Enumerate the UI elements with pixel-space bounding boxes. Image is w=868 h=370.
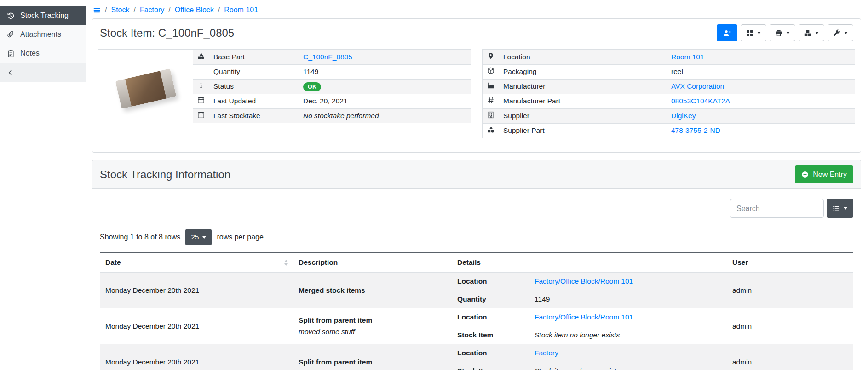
column-header-date[interactable]: Date bbox=[100, 252, 293, 273]
last-updated-value: Dec. 20, 2021 bbox=[299, 94, 471, 108]
manufacturer-part-link[interactable]: 08053C104KAT2A bbox=[671, 97, 730, 105]
detail-row-status: Status OK bbox=[193, 79, 471, 94]
tracking-row: Monday December 20th 2021 Split from par… bbox=[100, 308, 853, 344]
chevron-left-icon bbox=[7, 69, 14, 76]
location-link[interactable]: Factory/Office Block/Room 101 bbox=[535, 313, 633, 321]
detail-row-manufacturer-part: Manufacturer Part 08053C104KAT2A bbox=[483, 94, 855, 108]
row-details: Location Factory Stock Item Stock item n… bbox=[452, 344, 727, 370]
sidebar-item-stock-tracking[interactable]: Stock Tracking bbox=[0, 6, 86, 25]
sidebar: Stock Tracking Attachments Notes bbox=[0, 6, 86, 82]
row-date: Monday December 20th 2021 bbox=[100, 308, 293, 344]
new-entry-label: New Entry bbox=[813, 171, 847, 179]
detail-sub-row: Quantity 1149 bbox=[452, 290, 727, 308]
detail-row-supplier-part: Supplier Part 478-3755-2-ND bbox=[483, 123, 855, 138]
chevron-down-icon bbox=[844, 32, 848, 34]
breadcrumb-separator: / bbox=[218, 6, 220, 14]
stock-tracking-header: Stock Tracking Information New Entry bbox=[92, 160, 861, 189]
detail-row-quantity: Quantity 1149 bbox=[193, 64, 471, 79]
details-left-block: Base Part C_100nF_0805 Quantity 1149 Sta… bbox=[98, 49, 471, 142]
sidebar-item-notes[interactable]: Notes bbox=[0, 44, 86, 63]
table-toolbar bbox=[100, 199, 853, 218]
supplier-part-link[interactable]: 478-3755-2-ND bbox=[671, 126, 720, 134]
page-title: Stock Item: C_100nF_0805 bbox=[100, 27, 234, 40]
user-actions-button[interactable] bbox=[717, 24, 737, 41]
page-size-select[interactable]: 25 bbox=[185, 229, 212, 245]
chevron-down-icon bbox=[844, 207, 847, 210]
detail-label: Manufacturer Part bbox=[499, 94, 667, 108]
breadcrumb-factory[interactable]: Factory bbox=[140, 6, 164, 14]
status-badge: OK bbox=[303, 82, 321, 91]
row-description: Split from parent item bbox=[293, 344, 452, 370]
detail-row-packaging: Packaging reel bbox=[483, 64, 855, 79]
section-title: Stock Tracking Information bbox=[100, 168, 230, 181]
notes-icon bbox=[7, 50, 15, 57]
row-details: Location Factory/Office Block/Room 101 Q… bbox=[452, 273, 727, 308]
page-size-value: 25 bbox=[191, 233, 199, 241]
sidebar-collapse-button[interactable] bbox=[0, 63, 86, 82]
stock-actions-button[interactable] bbox=[799, 24, 824, 41]
stock-tracking-body: Showing 1 to 8 of 8 rows 25 rows per pag… bbox=[92, 189, 861, 370]
detail-label: Location bbox=[499, 50, 667, 64]
detail-row-manufacturer: Manufacturer AVX Corporation bbox=[483, 79, 855, 94]
chevron-down-icon bbox=[757, 32, 761, 34]
list-view-button[interactable] bbox=[827, 199, 853, 218]
breadcrumb-room-101[interactable]: Room 101 bbox=[224, 6, 258, 14]
detail-label: Packaging bbox=[499, 64, 667, 79]
sidebar-item-attachments[interactable]: Attachments bbox=[0, 25, 86, 44]
last-stocktake-value: No stocktake performed bbox=[299, 108, 471, 123]
location-link[interactable]: Room 101 bbox=[671, 53, 704, 61]
menu-icon[interactable] bbox=[93, 6, 101, 14]
detail-sub-row: Stock Item Stock item no longer exists bbox=[452, 326, 727, 344]
stock-tracking-panel: Stock Tracking Information New Entry Sho… bbox=[92, 160, 861, 370]
breadcrumb: / Stock / Factory / Office Block / Room … bbox=[92, 0, 861, 18]
detail-row-supplier: Supplier DigiKey bbox=[483, 108, 855, 123]
grid-icon bbox=[746, 29, 753, 37]
search-input[interactable] bbox=[730, 199, 824, 218]
detail-sub-row: Location Factory/Office Block/Room 101 bbox=[452, 273, 727, 290]
quantity-value: 1149 bbox=[299, 64, 471, 79]
history-icon bbox=[7, 12, 15, 20]
breadcrumb-stock[interactable]: Stock bbox=[111, 6, 129, 14]
row-user: admin bbox=[727, 344, 853, 370]
manufacturer-link[interactable]: AVX Corporation bbox=[671, 82, 724, 90]
detail-label: Last Stocktake bbox=[209, 108, 299, 123]
details-left-table: Base Part C_100nF_0805 Quantity 1149 Sta… bbox=[193, 50, 471, 123]
tracking-row: Monday December 20th 2021 Split from par… bbox=[100, 344, 853, 370]
detail-label: Last Updated bbox=[209, 94, 299, 108]
list-icon bbox=[833, 205, 840, 212]
location-link[interactable]: Factory bbox=[535, 349, 558, 357]
shapes-icon bbox=[487, 126, 494, 133]
row-date: Monday December 20th 2021 bbox=[100, 344, 293, 370]
details-right-table: Location Room 101 Packaging reel Manufac… bbox=[483, 50, 855, 138]
row-user: admin bbox=[727, 273, 853, 308]
detail-label: Supplier Part bbox=[499, 123, 667, 138]
row-details: Location Factory/Office Block/Room 101 S… bbox=[452, 308, 727, 344]
box-icon bbox=[487, 67, 494, 74]
sort-icon[interactable] bbox=[284, 260, 288, 266]
new-entry-button[interactable]: New Entry bbox=[795, 165, 853, 183]
location-link[interactable]: Factory/Office Block/Room 101 bbox=[535, 277, 633, 285]
part-thumbnail[interactable] bbox=[98, 50, 193, 128]
boxes-icon bbox=[804, 29, 811, 37]
supplier-link[interactable]: DigiKey bbox=[671, 112, 696, 120]
calendar-icon bbox=[197, 111, 205, 119]
stock-item-panel: Stock Item: C_100nF_0805 bbox=[92, 18, 861, 153]
user-plus-icon bbox=[724, 29, 731, 37]
info-icon bbox=[197, 82, 205, 89]
tracking-table-header-row: Date Description Details User bbox=[100, 252, 853, 273]
detail-row-last-stocktake: Last Stocktake No stocktake performed bbox=[193, 108, 471, 123]
industry-icon bbox=[487, 82, 494, 89]
chevron-down-icon bbox=[786, 32, 790, 34]
edit-actions-button[interactable] bbox=[828, 24, 853, 41]
display-options-button[interactable] bbox=[741, 24, 766, 41]
breadcrumb-office-block[interactable]: Office Block bbox=[175, 6, 214, 14]
detail-label: Base Part bbox=[209, 50, 299, 64]
chevron-down-icon bbox=[815, 32, 819, 34]
pagination-info: Showing 1 to 8 of 8 rows 25 rows per pag… bbox=[100, 229, 853, 245]
showing-rows-text: Showing 1 to 8 of 8 rows bbox=[100, 233, 180, 241]
print-actions-button[interactable] bbox=[770, 24, 795, 41]
detail-label: Quantity bbox=[209, 64, 299, 79]
detail-label: Status bbox=[209, 79, 299, 94]
capacitor-body bbox=[125, 71, 167, 107]
base-part-link[interactable]: C_100nF_0805 bbox=[303, 53, 352, 61]
